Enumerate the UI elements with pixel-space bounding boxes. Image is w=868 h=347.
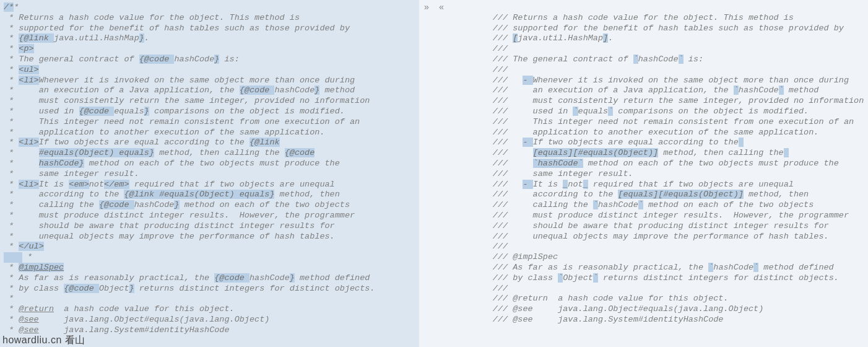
- left-code-line[interactable]: * <li>It is <em>not</em> required that i…: [0, 180, 419, 190]
- right-code-line[interactable]: [449, 2, 868, 13]
- code-segment: hashCode: [134, 200, 175, 209]
- left-code-line[interactable]: * #equals(Object) equals} method, then c…: [0, 148, 419, 159]
- right-code-line[interactable]: /// used in `equals` comparisons on the …: [449, 107, 868, 117]
- left-code-line[interactable]: * application to another execution of th…: [0, 128, 419, 138]
- left-code-line[interactable]: * must produce distinct integer results.…: [0, 211, 419, 221]
- code-segment: ///: [453, 138, 523, 147]
- code-segment: [739, 138, 744, 147]
- left-code-line[interactable]: * <li>If two objects are equal according…: [0, 138, 419, 148]
- left-code-line[interactable]: * <p>: [0, 44, 419, 55]
- right-code-line[interactable]: /// should be aware that producing disti…: [449, 221, 868, 232]
- left-code-line[interactable]: * Returns a hash code value for the obje…: [0, 13, 419, 24]
- right-code-line[interactable]: /// - If two objects are equal according…: [449, 138, 868, 148]
- right-code-line[interactable]: ///: [449, 284, 868, 294]
- right-code-line[interactable]: /// @implSpec: [449, 252, 868, 263]
- left-code-line[interactable]: * according to the {@link #equals(Object…: [0, 190, 419, 200]
- left-code-line[interactable]: * hashCode} method on each of the two ob…: [0, 159, 419, 169]
- code-segment: ]: [603, 33, 608, 43]
- right-code-line[interactable]: /// As far as is reasonably practical, t…: [449, 263, 868, 273]
- right-code-line[interactable]: /// Returns a hash code value for the ob…: [449, 13, 868, 24]
- right-code-line[interactable]: /// `hashCode` method on each of the two…: [449, 159, 868, 169]
- right-code-line[interactable]: /// [equals][#equals(Object)] method, th…: [449, 148, 868, 159]
- right-code-line[interactable]: /// @see java.lang.System#identityHashCo…: [449, 315, 868, 325]
- code-segment: `: [638, 200, 643, 209]
- code-segment: [equals][#equals(Object)]: [618, 190, 744, 199]
- left-code-line[interactable]: * must consistently return the same inte…: [0, 96, 419, 107]
- left-code-line[interactable]: * @implSpec: [0, 263, 419, 273]
- code-segment: method: [784, 86, 819, 95]
- code-segment: * The general contract of: [4, 55, 139, 64]
- code-segment: }: [290, 273, 295, 283]
- code-segment: * calling the: [4, 200, 99, 209]
- code-segment: ///: [453, 76, 523, 85]
- left-code-line[interactable]: * by class {@code Object} returns distin…: [0, 284, 419, 294]
- left-code-line[interactable]: * used in {@code equals} comparisons on …: [0, 107, 419, 117]
- code-segment: ///: [453, 65, 508, 74]
- right-code-line[interactable]: ///: [449, 44, 868, 55]
- left-code-line[interactable]: * {@link java.util.HashMap}.: [0, 33, 419, 44]
- right-code-line[interactable]: /// [java.util.HashMap].: [449, 33, 868, 44]
- code-segment: /// an execution of a Java application, …: [453, 86, 734, 95]
- code-segment: .: [144, 33, 149, 43]
- right-code-line[interactable]: /// must consistently return the same in…: [449, 96, 868, 107]
- right-code-line[interactable]: ///: [449, 242, 868, 252]
- right-code-line[interactable]: /// according to the [equals][#equals(Ob…: [449, 190, 868, 200]
- left-code-line[interactable]: *: [0, 252, 419, 263]
- code-segment: /// unequal objects may improve the perf…: [453, 232, 829, 241]
- code-segment: /// supported for the benefit of hash ta…: [453, 24, 844, 33]
- left-code-line[interactable]: * @see java.lang.System#identityHashCode: [0, 325, 419, 336]
- right-code-line[interactable]: /// unequal objects may improve the perf…: [449, 232, 868, 242]
- next-diff-icon[interactable]: »: [424, 2, 429, 13]
- left-code-line[interactable]: * calling the {@code hashCode} method on…: [0, 200, 419, 211]
- right-code-line[interactable]: /// an execution of a Java application, …: [449, 86, 868, 96]
- code-segment: method on each of the two objects: [180, 200, 350, 209]
- right-code-line[interactable]: /// must produce distinct integer result…: [449, 211, 868, 221]
- prev-diff-icon[interactable]: «: [439, 2, 444, 13]
- code-segment: method, then calling the: [658, 148, 784, 157]
- code-segment: hashCode}: [39, 159, 84, 168]
- left-code-line[interactable]: /**: [0, 2, 419, 13]
- right-code-line[interactable]: /// - It is _not_ required that if two o…: [449, 180, 868, 190]
- left-code-line[interactable]: * same integer result.: [0, 169, 419, 180]
- right-code-line[interactable]: /// by class `Object` returns distinct i…: [449, 273, 868, 284]
- left-pane[interactable]: /** * Returns a hash code value for the …: [0, 0, 419, 347]
- code-segment: `: [593, 200, 598, 209]
- code-segment: `: [734, 86, 739, 95]
- right-code-line[interactable]: /// application to another execution of …: [449, 128, 868, 138]
- left-code-line[interactable]: * </ul>: [0, 242, 419, 252]
- left-code-line[interactable]: * <li>Whenever it is invoked on the same…: [0, 76, 419, 86]
- right-pane[interactable]: /// Returns a hash code value for the ob…: [449, 0, 868, 347]
- left-code-line[interactable]: * an execution of a Java application, th…: [0, 86, 419, 96]
- right-code-line[interactable]: /// The general contract of `hashCode` i…: [449, 55, 868, 65]
- code-segment: is:: [219, 55, 239, 64]
- code-segment: {@code: [240, 86, 275, 95]
- right-code-line[interactable]: /// @return a hash code value for this o…: [449, 294, 868, 304]
- diff-gutter-right: «: [434, 0, 449, 347]
- left-code-line[interactable]: *: [0, 294, 419, 304]
- code-segment: /// should be aware that producing disti…: [453, 221, 829, 231]
- code-segment: `: [573, 107, 578, 116]
- left-code-line[interactable]: * unequal objects may improve the perfor…: [0, 232, 419, 242]
- right-code-line[interactable]: /// supported for the benefit of hash ta…: [449, 24, 868, 34]
- left-code-line[interactable]: * This integer need not remain consisten…: [0, 117, 419, 128]
- code-segment: `: [679, 55, 684, 64]
- left-code-line[interactable]: * The general contract of {@code hashCod…: [0, 55, 419, 65]
- code-segment: <li>: [19, 138, 38, 147]
- right-code-line[interactable]: /// calling the `hashCode` method on eac…: [449, 200, 868, 211]
- code-segment: hashCode: [638, 55, 679, 64]
- code-segment: {@link #equals(Object) equals}: [124, 190, 274, 199]
- left-code-line[interactable]: * should be aware that producing distinc…: [0, 221, 419, 232]
- right-code-line[interactable]: /// - Whenever it is invoked on the same…: [449, 76, 868, 86]
- left-code-line[interactable]: * <ul>: [0, 65, 419, 76]
- left-code-line[interactable]: * As far as is reasonably practical, the…: [0, 273, 419, 284]
- left-code-line[interactable]: * @return a hash code value for this obj…: [0, 304, 419, 315]
- code-segment: ///: [453, 44, 508, 53]
- right-code-line[interactable]: ///: [449, 65, 868, 76]
- right-code-line[interactable]: /// same integer result.: [449, 169, 868, 180]
- code-segment: returns distinct integers for distinct o…: [598, 273, 839, 283]
- code-segment: *: [4, 315, 19, 324]
- left-code-line[interactable]: * supported for the benefit of hash tabl…: [0, 24, 419, 34]
- right-code-line[interactable]: /// @see java.lang.Object#equals(java.la…: [449, 304, 868, 315]
- right-code-line[interactable]: /// This integer need not remain consist…: [449, 117, 868, 128]
- left-code-line[interactable]: * @see java.lang.Object#equals(java.lang…: [0, 315, 419, 325]
